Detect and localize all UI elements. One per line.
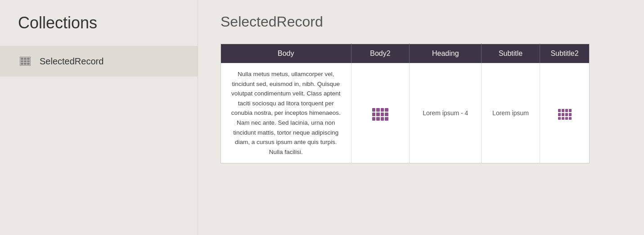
data-table: Body Body2 Heading Subtitle Subtitle2 Nu…: [221, 44, 590, 163]
grid-small-icon: [20, 57, 31, 66]
sidebar-item-selected-record[interactable]: SelectedRecord: [0, 46, 198, 77]
table-header-row: Body Body2 Heading Subtitle Subtitle2: [221, 44, 590, 63]
sidebar: Collections SelectedRecord: [0, 0, 198, 235]
body2-grid-icon[interactable]: [372, 108, 388, 121]
col-header-subtitle2: Subtitle2: [540, 44, 590, 63]
page-title: SelectedRecord: [221, 14, 621, 30]
cell-subtitle2: [540, 63, 590, 163]
main-content: SelectedRecord Body Body2 Heading Subtit…: [198, 0, 644, 235]
table-row: Nulla metus metus, ullamcorper vel, tinc…: [221, 63, 590, 163]
col-header-subtitle: Subtitle: [482, 44, 540, 63]
sidebar-title: Collections: [0, 14, 198, 46]
collection-icon: [18, 54, 32, 68]
cell-subtitle: Lorem ipsum: [482, 63, 540, 163]
col-header-body2: Body2: [351, 44, 410, 63]
subtitle2-grid-icon[interactable]: [558, 109, 572, 120]
cell-body: Nulla metus metus, ullamcorper vel, tinc…: [221, 63, 351, 163]
col-header-heading: Heading: [410, 44, 482, 63]
col-header-body: Body: [221, 44, 351, 63]
cell-body2: [351, 63, 410, 163]
cell-heading: Lorem ipsum - 4: [410, 63, 482, 163]
sidebar-item-label: SelectedRecord: [40, 56, 104, 67]
